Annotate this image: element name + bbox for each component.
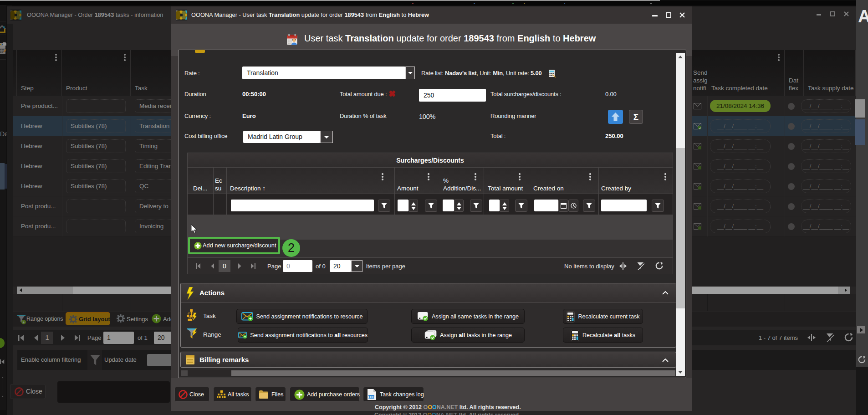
svg-text:LOG: LOG: [368, 395, 374, 399]
